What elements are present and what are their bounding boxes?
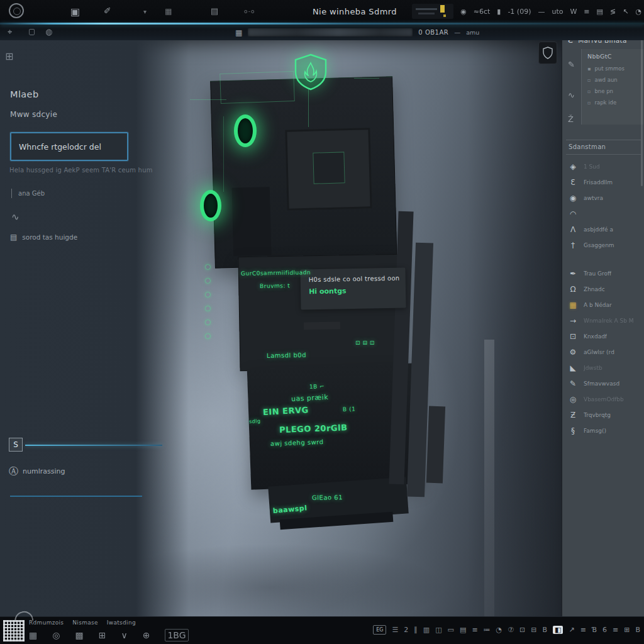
toolbar-icon[interactable]: ▩ <box>75 630 83 640</box>
toolbar-icon[interactable]: ▥ <box>423 626 430 634</box>
toolbar-icon[interactable]: 6 <box>602 626 607 634</box>
tool-label: Frisaddllm <box>584 179 613 186</box>
tool-icon[interactable]: ▢ <box>28 27 35 36</box>
submenu-item[interactable]: ▫ bne pn <box>587 88 643 94</box>
toolbar-icon[interactable]: ↖ <box>623 8 628 16</box>
toolbar-icon[interactable]: ◔ <box>635 8 641 16</box>
mini-preview-widget[interactable] <box>412 4 453 19</box>
name-input-field[interactable] <box>10 132 128 161</box>
app-logo-icon[interactable] <box>9 3 24 18</box>
s-tool-button[interactable]: S <box>9 438 23 452</box>
toolbar-icon[interactable]: ✐ <box>104 6 111 16</box>
submenu-item[interactable]: ▪ put smmos <box>587 65 643 72</box>
toolbar-icon[interactable]: ⊡ <box>519 626 525 634</box>
tooltip-line2: Hi oontgs <box>309 286 397 296</box>
rail-icon[interactable]: Ž <box>568 114 574 124</box>
sidebar-tool-item[interactable]: ✒ Trau Groff <box>567 265 641 281</box>
panel-row-1[interactable]: ana Géb <box>11 189 45 198</box>
lamp-icon[interactable]: ∿ <box>11 211 19 223</box>
board-connector <box>304 321 340 330</box>
toolbar-icon[interactable]: — <box>538 8 545 16</box>
toolbar-icon[interactable]: ⑦ <box>508 626 514 634</box>
sidebar-tool-item[interactable]: Ɛ Frisaddllm <box>567 174 641 190</box>
toolbar-icon[interactable]: ◧ <box>553 626 563 634</box>
badge-label: numlrassing <box>23 467 65 475</box>
toolbar-icon[interactable]: ↗ <box>569 626 574 634</box>
sidebar-tool-item[interactable]: Ω Zhnadc <box>567 281 641 297</box>
sidebar-tool-item[interactable]: § Famsg() <box>567 423 641 438</box>
toolbar-icon[interactable]: ▣ <box>70 6 80 18</box>
toolbar-icon[interactable]: 2 <box>404 626 408 634</box>
shield-icon <box>543 47 553 59</box>
toolbar-icon[interactable]: ≡ <box>580 626 586 634</box>
sidebar-tool-item[interactable]: ◈ 1 Sud <box>567 158 641 174</box>
toolbar-icon[interactable]: ▮ <box>497 8 501 16</box>
toolbar-icon[interactable]: -1 (09) <box>508 8 531 16</box>
viewport-3d[interactable]: H0s sdsle co ool tressd oon Hi oontgs Gu… <box>0 40 562 616</box>
toolbar-icon[interactable]: Ɓ <box>592 626 597 634</box>
grid-icon[interactable]: ⊞ <box>5 50 13 62</box>
rail-icon[interactable]: ✎ <box>568 60 575 69</box>
submenu-item[interactable]: ▫ rapk ide <box>587 99 643 106</box>
sidebar-tool-item[interactable]: ⚙ aGlwlsr (rd <box>567 344 641 360</box>
sidebar-tool-item[interactable]: → Wnmalrek A Sb M <box>567 313 641 328</box>
address-bar[interactable] <box>248 28 413 36</box>
toolbar-icon[interactable]: ◉ <box>460 8 467 16</box>
toolbar-icon[interactable]: B <box>635 626 640 634</box>
toolbar-icon[interactable]: ⊟ <box>531 626 536 634</box>
rail-icon[interactable]: ∿ <box>568 91 575 100</box>
sidebar-tool-item[interactable]: † Gsaggenm <box>567 237 641 253</box>
toolbar-icon[interactable]: ☰ <box>392 626 398 634</box>
sidebar-tool-item[interactable]: ◎ VbasemOdfbb <box>567 391 641 407</box>
badge-row[interactable]: Ⓐ numlrassing <box>9 465 65 477</box>
menu-label[interactable]: Iwatsding <box>107 619 136 626</box>
toolbar-icon[interactable]: ▭ <box>448 626 454 634</box>
toolbar-icon[interactable]: ▾ <box>143 8 147 15</box>
toolbar-icon[interactable]: uto <box>552 8 563 16</box>
sidebar-tool-item[interactable]: ✎ Sfmavwvasd <box>567 375 641 391</box>
sidebar-tool-item[interactable]: ◠ <box>567 206 641 221</box>
toolbar-icon[interactable]: ▤ <box>597 8 603 16</box>
grid-icon[interactable]: ▦ <box>235 28 242 37</box>
toolbar-icon[interactable]: ◔ <box>496 626 502 634</box>
toolbar-icon[interactable]: ⊞ <box>99 630 106 640</box>
toolbar-icon[interactable]: ▤ <box>460 626 466 634</box>
tool-icon: ◉ <box>567 194 579 203</box>
toolbar-icon[interactable]: ⊞ <box>624 626 630 634</box>
toolbar-icon[interactable]: ∨ <box>121 630 127 640</box>
top-right-icon-group: ◉≈6ct▮-1 (09)—utoW≡▤≶↖◔ <box>412 0 644 23</box>
tool-label: Famsg() <box>584 428 606 434</box>
toolbar-icon[interactable]: ⊕ <box>143 630 150 640</box>
toolbar-icon[interactable]: ≈6ct <box>474 8 491 16</box>
toolbar-icon[interactable]: ≡ <box>613 626 618 634</box>
tool-icon[interactable]: ◍ <box>45 27 52 36</box>
toolbar-icon[interactable]: ▦ <box>29 630 37 640</box>
sidebar-scrollbar[interactable] <box>641 35 643 186</box>
toolbar-icon[interactable]: ▤ <box>211 6 218 16</box>
sidebar-tool-item[interactable]: ◣ Jdwstb <box>567 360 641 375</box>
sidebar-tool-item[interactable]: ◉ awtvra <box>567 190 641 206</box>
toolbar-icon[interactable]: ∥ <box>414 626 418 634</box>
submenu-item[interactable]: ▫ awd aun <box>587 77 643 83</box>
toolbar-icon[interactable]: ≶ <box>610 8 616 16</box>
sidebar-tool-item[interactable]: ▦ A b Nédar <box>567 297 641 313</box>
toolbar-icon[interactable]: ≔ <box>484 626 491 634</box>
sidebar-tool-item[interactable]: Ƶ Trqvbrqtg <box>567 407 641 423</box>
toolbar-icon[interactable]: ◎ <box>52 630 60 640</box>
panel-row-2[interactable]: ▤ sorod tas huigde <box>10 233 77 242</box>
toolbar-icon[interactable]: ◫ <box>435 626 441 634</box>
toolbar-icon[interactable]: W <box>570 8 577 16</box>
tool-icon[interactable]: ⌖ <box>8 27 12 37</box>
toolbar-icon[interactable]: ≡ <box>472 626 477 634</box>
toolbar-icon[interactable]: B <box>543 626 548 634</box>
yellow-marker <box>440 5 445 13</box>
menu-label[interactable]: Rdmumzois <box>29 619 64 626</box>
toolbar-icon[interactable]: ▦ <box>165 7 172 16</box>
sidebar-tool-item[interactable]: ⊡ Knxdadf <box>567 328 641 344</box>
menu-label[interactable]: Nismase <box>72 619 98 626</box>
sidebar-tool-item[interactable]: Ʌ asbjddfé a <box>567 221 641 237</box>
eg-chip-button[interactable]: EG <box>373 625 386 635</box>
toolbar-icon[interactable]: o-o <box>244 8 255 14</box>
shield-panel-toggle-button[interactable] <box>538 42 557 64</box>
toolbar-icon[interactable]: ≡ <box>584 8 589 16</box>
